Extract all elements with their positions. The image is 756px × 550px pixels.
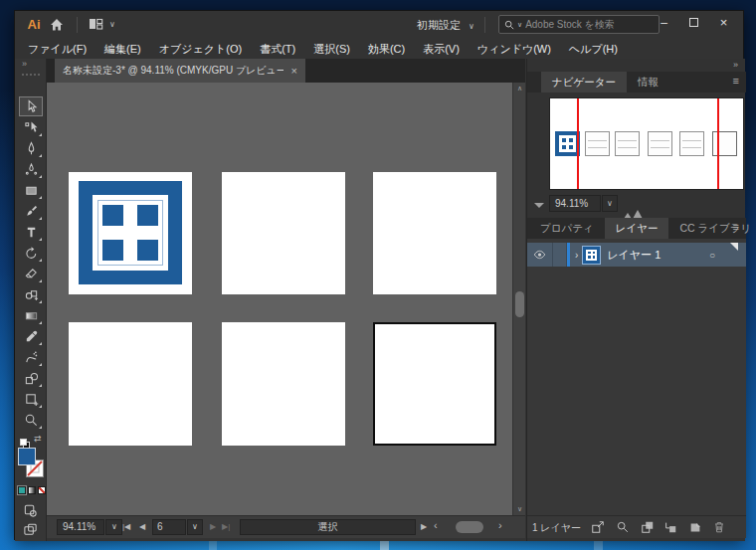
- scroll-right-icon[interactable]: ›: [498, 518, 502, 532]
- layers-panel-menu-icon[interactable]: ≡: [733, 221, 739, 233]
- navigator-zoom-field[interactable]: 94.11%: [549, 195, 601, 212]
- paintbrush-tool[interactable]: [19, 201, 43, 221]
- artboard-3[interactable]: [373, 172, 496, 294]
- new-sublayer-button[interactable]: [663, 520, 677, 536]
- menu-file[interactable]: ファイル(F): [19, 39, 95, 59]
- menu-effect[interactable]: 効果(C): [359, 39, 414, 59]
- shapes-tool[interactable]: [19, 368, 43, 388]
- navigator-preview[interactable]: [549, 97, 744, 190]
- tab-cc-libraries[interactable]: CC ライブラリ: [668, 218, 756, 239]
- scroll-left-icon[interactable]: ‹: [434, 518, 438, 532]
- vertical-scrollbar[interactable]: ∧ ∨: [512, 83, 525, 515]
- direct-selection-tool[interactable]: [19, 117, 43, 137]
- menu-help[interactable]: ヘルプ(H): [560, 39, 627, 59]
- tab-info[interactable]: 情報: [627, 72, 669, 92]
- maximize-button[interactable]: [683, 14, 704, 33]
- layer-name[interactable]: レイヤー 1: [607, 248, 661, 263]
- navigator-panel-menu-icon[interactable]: ≡: [733, 75, 739, 87]
- screen-mode-button[interactable]: [23, 522, 38, 541]
- navigator-view-box-right[interactable]: [717, 98, 719, 189]
- search-input[interactable]: [525, 19, 654, 30]
- delete-layer-button[interactable]: [712, 520, 726, 536]
- swap-fill-stroke-icon[interactable]: ⇄: [34, 434, 42, 444]
- layers-list: › レイヤー 1 ○: [527, 239, 746, 515]
- tab-navigator[interactable]: ナビゲーター: [541, 72, 627, 92]
- minimize-button[interactable]: –: [654, 14, 674, 33]
- artboard-5[interactable]: [222, 322, 345, 446]
- collect-for-export-button[interactable]: [591, 520, 605, 536]
- zoom-level-field[interactable]: 94.11%: [57, 519, 104, 535]
- previous-artboard-button[interactable]: ◀: [139, 520, 145, 534]
- menu-object[interactable]: オブジェクト(O): [150, 39, 251, 59]
- artboard-number-field[interactable]: [152, 519, 186, 535]
- menu-window[interactable]: ウィンドウ(W): [469, 39, 560, 59]
- artboard-2[interactable]: [222, 172, 345, 294]
- zoom-dropdown-button[interactable]: ∨: [105, 519, 122, 535]
- scroll-down-icon[interactable]: ∨: [513, 503, 525, 515]
- curvature-tool[interactable]: [19, 159, 43, 179]
- selection-tool[interactable]: [19, 96, 43, 116]
- navigator-zoom-dropdown[interactable]: ∨: [602, 195, 618, 212]
- layer-thumbnail[interactable]: [583, 247, 600, 264]
- zoom-tool[interactable]: [19, 410, 43, 430]
- tab-layers[interactable]: レイヤー: [605, 218, 669, 239]
- menu-select[interactable]: 選択(S): [304, 39, 359, 59]
- artboard-1[interactable]: [69, 172, 192, 294]
- vertical-scroll-thumb[interactable]: [515, 291, 524, 317]
- arrange-documents-button[interactable]: [89, 17, 106, 33]
- layer-row-selected[interactable]: › レイヤー 1 ○: [527, 243, 746, 267]
- shape-builder-tool[interactable]: [19, 284, 43, 304]
- new-layer-button[interactable]: [688, 520, 702, 536]
- make-clipping-mask-button[interactable]: [641, 520, 655, 536]
- artboard-4[interactable]: [69, 322, 192, 446]
- gradient-tool[interactable]: [19, 305, 43, 325]
- adobe-stock-search[interactable]: ∨: [498, 15, 660, 34]
- visibility-toggle[interactable]: [527, 243, 553, 267]
- artboard-tool[interactable]: [19, 389, 43, 409]
- workspace-switcher[interactable]: 初期設定∨: [417, 17, 474, 33]
- drawing-modes-button[interactable]: [23, 503, 38, 522]
- zoom-in-icon[interactable]: [624, 201, 643, 219]
- eraser-tool[interactable]: [19, 264, 43, 283]
- eyedropper-tool[interactable]: [19, 326, 43, 346]
- zoom-out-icon[interactable]: [534, 203, 544, 208]
- chevron-down-icon[interactable]: ∨: [109, 21, 115, 29]
- close-button[interactable]: ×: [713, 14, 734, 33]
- symbol-sprayer-tool[interactable]: [19, 347, 43, 367]
- fill-color-swatch[interactable]: [18, 448, 36, 465]
- collapse-panels-button[interactable]: »: [733, 60, 739, 70]
- layer-target-icon[interactable]: ○: [709, 250, 715, 261]
- menu-type[interactable]: 書式(T): [251, 39, 304, 59]
- type-tool[interactable]: [19, 222, 43, 242]
- toolbar-grip[interactable]: [22, 74, 40, 76]
- rectangle-tool[interactable]: [19, 180, 43, 200]
- menu-edit[interactable]: 編集(E): [95, 39, 150, 59]
- locate-object-button[interactable]: [616, 520, 630, 536]
- horizontal-scroll-thumb[interactable]: [456, 521, 483, 533]
- artboard-number-input[interactable]: [157, 521, 181, 532]
- document-tab[interactable]: 名称未設定-3* @ 94.11% (CMYK/GPU プレビュー) ×: [55, 59, 305, 83]
- toolbar-expand-button[interactable]: »: [22, 59, 28, 69]
- pen-tool[interactable]: [19, 138, 43, 158]
- close-tab-icon[interactable]: ×: [291, 65, 297, 77]
- default-fill-stroke-icon[interactable]: [20, 435, 30, 445]
- logo-artwork[interactable]: [79, 181, 182, 284]
- color-button[interactable]: [18, 486, 26, 494]
- scroll-up-icon[interactable]: ∧: [513, 83, 525, 94]
- navigator-view-box-left[interactable]: [577, 98, 579, 189]
- status-options-icon[interactable]: ▶: [421, 520, 427, 534]
- artboard-dropdown-button[interactable]: ∨: [187, 519, 203, 535]
- gradient-button[interactable]: [28, 486, 36, 494]
- expand-layer-icon[interactable]: ›: [570, 250, 583, 261]
- canvas[interactable]: ∧ ∨: [47, 83, 525, 515]
- last-artboard-button[interactable]: ▶|: [222, 520, 230, 534]
- none-button[interactable]: [38, 486, 46, 494]
- lock-column[interactable]: [553, 243, 567, 267]
- menu-view[interactable]: 表示(V): [414, 39, 469, 59]
- next-artboard-button[interactable]: ▶: [210, 520, 216, 534]
- rotate-tool[interactable]: [19, 243, 43, 263]
- tab-properties[interactable]: プロパティ: [529, 218, 605, 239]
- artboard-6-active[interactable]: [373, 322, 496, 446]
- first-artboard-button[interactable]: |◀: [122, 520, 130, 534]
- home-button[interactable]: [49, 17, 67, 33]
